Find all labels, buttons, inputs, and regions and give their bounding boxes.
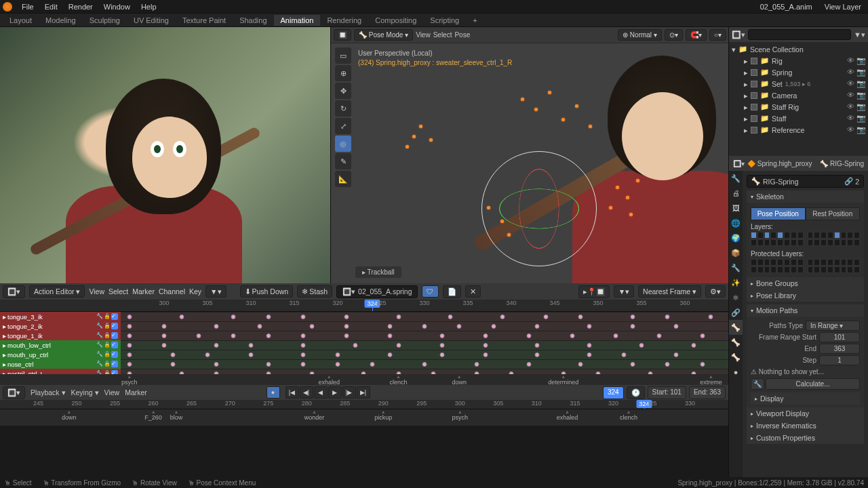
outliner-item-rig[interactable]: ▸📁Rig👁📷	[729, 55, 868, 66]
prop-tab-bone-constraint-icon[interactable]: 🦴	[729, 350, 743, 365]
properties-pin-icon[interactable]: 🔳▾	[733, 160, 745, 167]
viewport-menu-pose[interactable]: Pose	[454, 31, 470, 39]
prop-tab-scene-icon[interactable]: 🌐	[729, 216, 743, 230]
menu-window[interactable]: Window	[98, 1, 136, 12]
outliner-item-reference[interactable]: ▸📁Reference👁📷	[729, 124, 868, 136]
prop-tab-world-icon[interactable]: 🌍	[729, 230, 743, 245]
marker-exhaled[interactable]: exhaled	[318, 375, 340, 386]
tool-measure-icon[interactable]: 📐	[335, 171, 351, 187]
timeline-marker-F_260[interactable]: F_260	[144, 410, 162, 421]
scene-selector[interactable]: 02_055_A.anim	[756, 1, 816, 12]
outliner-scene-collection[interactable]: ▾📁Scene Collection	[729, 43, 868, 55]
snap-mode-dropdown[interactable]: Nearest Frame ▾	[638, 285, 701, 298]
prop-tab-bone-icon[interactable]: 🦴	[729, 335, 743, 350]
action-menu-view[interactable]: View	[89, 287, 104, 296]
push-down-button[interactable]: ⬇ Push Down	[240, 285, 294, 298]
viewport-menu-select[interactable]: Select	[433, 31, 452, 39]
view-layer-selector[interactable]: View Layer	[821, 1, 865, 12]
render-icon[interactable]: 📷	[856, 125, 865, 134]
timeline-marker-clench[interactable]: clench	[620, 410, 637, 421]
tab-rendering[interactable]: Rendering	[320, 15, 368, 26]
properties-data-breadcrumb[interactable]: 🦴 RIG-Spring	[820, 160, 864, 167]
outliner-item-camera[interactable]: ▸📁Camera👁📷	[729, 89, 868, 101]
menu-edit[interactable]: Edit	[39, 1, 63, 12]
play-reverse-button[interactable]: ◀	[314, 386, 328, 399]
playback-menu-view[interactable]: View	[104, 388, 120, 396]
frame-range-end-field[interactable]: 363	[819, 344, 860, 354]
dopesheet-frame-ruler[interactable]: 324 300305310315320325330335340345350355…	[0, 300, 728, 312]
visibility-icon[interactable]: 👁	[846, 125, 855, 134]
stash-button[interactable]: ❄ Stash	[297, 285, 332, 298]
playback-menu-marker[interactable]: Marker	[125, 388, 147, 396]
channel-tongue_3_ik[interactable]: ▸tongue_3_ik🔧🔒✓	[0, 312, 728, 321]
tab-compositing[interactable]: Compositing	[368, 15, 423, 26]
prop-tab-particles-icon[interactable]: ✨	[729, 275, 743, 290]
properties-object-breadcrumb[interactable]: 🔶 Spring.high_proxy	[747, 160, 817, 167]
channel-tongue_2_ik[interactable]: ▸tongue_2_ik🔧🔒✓	[0, 321, 728, 331]
frame-step-field[interactable]: 1	[819, 355, 860, 365]
unlink-action-icon[interactable]: ✕	[465, 285, 481, 298]
action-menu-key[interactable]: Key	[189, 287, 201, 296]
menu-file[interactable]: File	[16, 1, 39, 12]
render-icon[interactable]: 📷	[856, 91, 865, 100]
armature-data-field[interactable]: 🦴 RIG-Spring🔗 2	[747, 175, 864, 188]
armature-layers-group2[interactable]	[808, 232, 861, 246]
prop-tab-modifiers-icon[interactable]: 🔧	[729, 260, 743, 275]
editor-type-icon[interactable]: 🔲	[334, 29, 351, 41]
channel-mouth_low_ctrl[interactable]: ▸mouth_low_ctrl🔧🔒✓	[0, 340, 728, 350]
timeline-marker-exhaled[interactable]: exhaled	[557, 410, 578, 421]
tab-sculpting[interactable]: Sculpting	[83, 15, 127, 26]
playback-menu-keying[interactable]: Keying ▾	[71, 388, 99, 396]
marker-down[interactable]: down	[452, 375, 467, 386]
prop-tab-material-icon[interactable]: ●	[729, 365, 743, 380]
visibility-icon[interactable]: 👁	[846, 114, 855, 123]
pivot-point-icon[interactable]: ⊙▾	[665, 29, 683, 41]
timeline-marker-wonder[interactable]: wonder	[304, 410, 325, 421]
visibility-icon[interactable]: 👁	[846, 79, 855, 88]
protected-layers-group1[interactable]	[751, 259, 804, 273]
tab-scripting[interactable]: Scripting	[423, 15, 466, 26]
tab-add-workspace[interactable]: +	[466, 15, 484, 26]
rest-position-button[interactable]: Rest Position	[806, 207, 861, 220]
armature-layers-group1[interactable]	[751, 232, 804, 246]
action-name-field[interactable]: 🔳▾ 02_055_A.spring	[336, 285, 418, 298]
render-icon[interactable]: 📷	[856, 68, 865, 77]
tool-transform-icon[interactable]: ◎	[335, 136, 351, 152]
panel-motion-paths[interactable]: Motion Paths	[747, 304, 864, 317]
snap-icon[interactable]: 🧲▾	[686, 29, 707, 41]
visibility-icon[interactable]: 👁	[846, 56, 855, 65]
panel-pose-library[interactable]: Pose Library	[747, 289, 864, 302]
channel-nose_ctrl[interactable]: ▸nose_ctrl🔧🔒✓	[0, 359, 728, 369]
protected-layers-group2[interactable]	[808, 259, 861, 273]
dopesheet-markers[interactable]: psychexhaledclenchdowndeterminedextreme	[0, 374, 728, 385]
panel-motion-paths-display[interactable]: Display	[751, 392, 860, 405]
visibility-icon[interactable]: 👁	[846, 68, 855, 77]
visibility-icon[interactable]: 👁	[846, 91, 855, 100]
paths-type-dropdown[interactable]: In Range ▾	[806, 321, 860, 331]
tab-texture-paint[interactable]: Texture Paint	[176, 15, 233, 26]
pose-position-button[interactable]: Pose Position	[751, 207, 806, 220]
outliner-item-set[interactable]: ▸📁Set1,593 ▸ 6👁📷	[729, 78, 868, 89]
tool-cursor-icon[interactable]: ⊕	[335, 65, 351, 81]
tab-animation[interactable]: Animation	[274, 15, 321, 26]
viewport-menu-view[interactable]: View	[416, 31, 431, 39]
rendered-viewport[interactable]	[0, 27, 331, 283]
channel-nostril_ctrl_L[interactable]: ▸nostril_ctrl_L🔧🔒✓	[0, 369, 728, 374]
dopesheet-channels[interactable]: ▸tongue_3_ik🔧🔒✓▸tongue_2_ik🔧🔒✓▸tongue_1_…	[0, 312, 728, 374]
keyframe-next-button[interactable]: |▶	[342, 386, 356, 399]
tool-select-box-icon[interactable]: ▭	[335, 47, 351, 64]
timeline-marker-blow[interactable]: blow	[170, 410, 183, 421]
outliner-item-spring[interactable]: ▸📁Spring👁📷	[729, 66, 868, 78]
panel-inverse-kinematics[interactable]: Inverse Kinematics	[747, 420, 864, 432]
outliner-search-input[interactable]	[748, 29, 851, 40]
prop-tab-constraints-icon[interactable]: 🔗	[729, 305, 743, 320]
new-action-icon[interactable]: 📄	[443, 285, 461, 298]
keyframe-prev-button[interactable]: ◀|	[300, 386, 313, 399]
marker-psych[interactable]: psych	[121, 375, 138, 386]
timeline-marker-pickup[interactable]: pickup	[374, 410, 392, 421]
channel-tongue_1_ik[interactable]: ▸tongue_1_ik🔧🔒✓	[0, 331, 728, 340]
marker-clench[interactable]: clench	[390, 375, 408, 386]
tool-rotate-icon[interactable]: ↻	[335, 100, 351, 117]
proportional-edit-icon[interactable]: ○▾	[709, 29, 726, 41]
prop-tab-armature-icon[interactable]: 🦴	[729, 320, 743, 335]
